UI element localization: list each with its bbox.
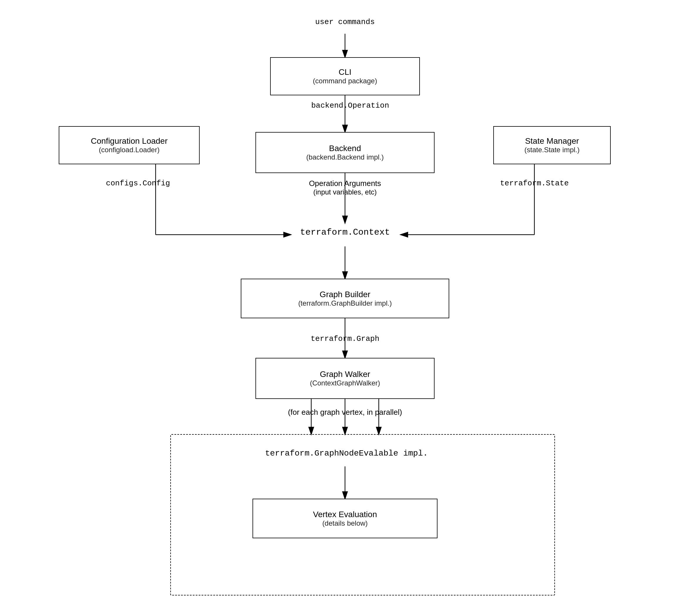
- state-manager-box: State Manager (state.State impl.): [493, 126, 611, 164]
- graph-walker-title: Graph Walker: [320, 370, 370, 379]
- vertex-eval-title: Vertex Evaluation: [313, 510, 377, 519]
- operation-args-title: Operation Arguments: [294, 179, 396, 188]
- user-commands-label: user commands: [311, 18, 379, 26]
- graph-walker-box: Graph Walker (ContextGraphWalker): [255, 358, 435, 399]
- configs-config-label: configs.Config: [103, 179, 173, 188]
- diagram-container: user commands CLI (command package) back…: [0, 0, 690, 616]
- config-loader-subtitle: (configload.Loader): [99, 146, 160, 154]
- parallel-label: (for each graph vertex, in parallel): [241, 408, 449, 417]
- cli-title: CLI: [338, 67, 352, 77]
- config-loader-box: Configuration Loader (configload.Loader): [59, 126, 200, 164]
- graph-walker-subtitle: (ContextGraphWalker): [310, 379, 380, 387]
- cli-subtitle: (command package): [313, 77, 377, 85]
- graph-builder-box: Graph Builder (terraform.GraphBuilder im…: [241, 279, 449, 318]
- terraform-state-label: terraform.State: [493, 179, 576, 188]
- graph-builder-subtitle: (terraform.GraphBuilder impl.): [298, 299, 392, 307]
- backend-subtitle: (backend.Backend impl.): [306, 153, 384, 161]
- vertex-eval-subtitle: (details below): [322, 519, 368, 527]
- cli-box: CLI (command package): [270, 57, 420, 95]
- operation-args-label: Operation Arguments (input variables, et…: [294, 179, 396, 196]
- terraform-graph-label: terraform.Graph: [296, 334, 394, 343]
- config-loader-title: Configuration Loader: [91, 136, 168, 146]
- state-manager-title: State Manager: [525, 136, 579, 146]
- terraform-context-label: terraform.Context: [296, 227, 394, 237]
- state-manager-subtitle: (state.State impl.): [524, 146, 580, 154]
- backend-box: Backend (backend.Backend impl.): [255, 132, 435, 173]
- graph-node-label: terraform.GraphNodeEvalable impl.: [200, 449, 493, 458]
- backend-title: Backend: [329, 144, 361, 153]
- graph-builder-title: Graph Builder: [320, 290, 371, 299]
- vertex-eval-box: Vertex Evaluation (details below): [252, 499, 438, 538]
- backend-operation-label: backend.Operation: [311, 101, 379, 110]
- operation-args-sub: (input variables, etc): [294, 188, 396, 196]
